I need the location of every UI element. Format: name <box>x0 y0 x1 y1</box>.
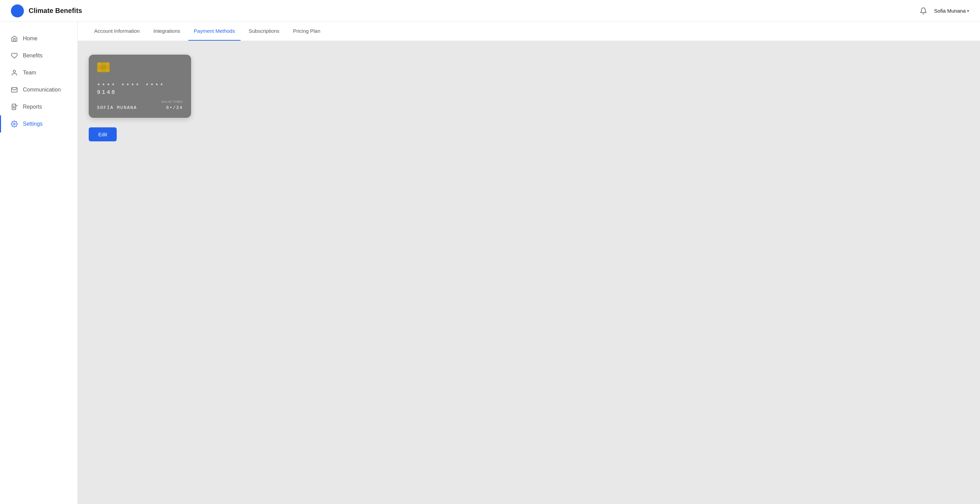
card-expiry-date: 6•/24 <box>166 105 183 110</box>
header-left: Climate Benefits <box>11 5 82 18</box>
sidebar-item-settings[interactable]: Settings <box>0 115 78 132</box>
header: Climate Benefits Sofia Munana ▾ <box>0 0 980 22</box>
sidebar-label-settings: Settings <box>23 121 43 127</box>
sidebar-label-reports: Reports <box>23 104 42 110</box>
card-chip <box>97 62 183 72</box>
sidebar-item-team[interactable]: Team <box>0 64 78 81</box>
valid-thru-label: valid thru <box>161 100 183 104</box>
svg-rect-10 <box>101 65 105 69</box>
gear-icon <box>11 120 18 128</box>
svg-point-0 <box>13 70 16 73</box>
user-name-text: Sofia Munana <box>934 8 966 14</box>
tabs-bar: Account Information Integrations Payment… <box>78 22 980 41</box>
credit-card: **** **** **** 9148 SOFIA MUNANA valid t… <box>89 55 191 118</box>
mail-icon <box>11 86 18 94</box>
header-right: Sofia Munana ▾ <box>920 7 969 15</box>
app-title: Climate Benefits <box>29 7 82 15</box>
user-name-dropdown[interactable]: Sofia Munana ▾ <box>934 8 969 14</box>
cardholder-name: SOFIA MUNANA <box>97 105 137 110</box>
card-expiry-block: valid thru 6•/24 <box>161 100 183 110</box>
document-icon <box>11 103 18 111</box>
tab-account-information[interactable]: Account Information <box>89 22 145 41</box>
sidebar-label-team: Team <box>23 70 36 76</box>
bell-icon[interactable] <box>920 7 927 15</box>
edit-button[interactable]: Edit <box>89 128 117 141</box>
person-icon <box>11 69 18 77</box>
page-body: **** **** **** 9148 SOFIA MUNANA valid t… <box>78 41 980 504</box>
tab-integrations[interactable]: Integrations <box>148 22 185 41</box>
logo-circle <box>11 5 24 18</box>
home-icon <box>11 35 18 42</box>
tab-subscriptions[interactable]: Subscriptions <box>243 22 285 41</box>
tab-payment-methods[interactable]: Payment Methods <box>188 22 240 41</box>
sidebar-item-communication[interactable]: Communication <box>0 81 78 98</box>
sidebar: Home Benefits Team <box>0 22 78 504</box>
heart-icon <box>11 52 18 59</box>
svg-point-6 <box>14 123 15 125</box>
sidebar-item-benefits[interactable]: Benefits <box>0 47 78 64</box>
card-number: **** **** **** 9148 <box>97 83 183 96</box>
card-bottom: SOFIA MUNANA valid thru 6•/24 <box>97 100 183 110</box>
sidebar-label-benefits: Benefits <box>23 53 43 59</box>
sidebar-item-home[interactable]: Home <box>0 30 78 47</box>
sidebar-label-communication: Communication <box>23 87 61 93</box>
main-layout: Home Benefits Team <box>0 22 980 504</box>
sidebar-label-home: Home <box>23 35 38 41</box>
content-area: Account Information Integrations Payment… <box>78 22 980 504</box>
chevron-down-icon: ▾ <box>967 8 969 13</box>
sidebar-item-reports[interactable]: Reports <box>0 98 78 115</box>
tab-pricing-plan[interactable]: Pricing Plan <box>288 22 326 41</box>
